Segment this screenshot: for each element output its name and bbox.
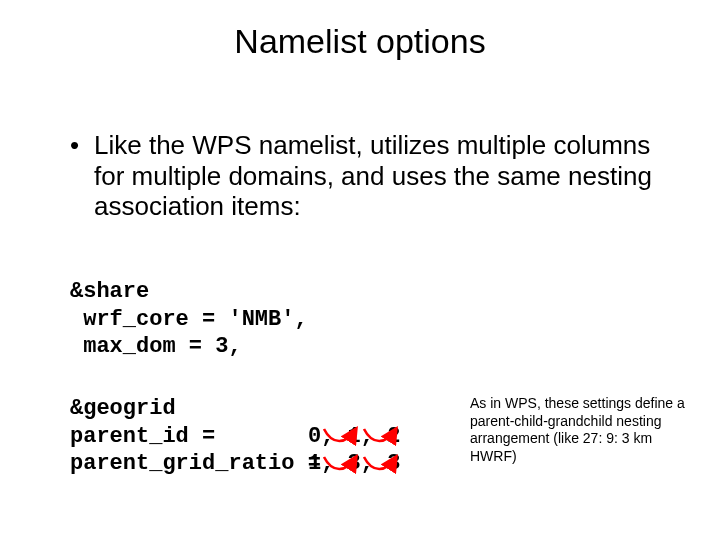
slide: Namelist options • Like the WPS namelist… [0,0,720,540]
code-geogrid-keys: &geogrid parent_id = parent_grid_ratio = [70,395,321,478]
annotation-text: As in WPS, these settings define a paren… [470,395,695,465]
slide-title: Namelist options [0,22,720,61]
code-share-section: &share wrf_core = 'NMB', max_dom = 3, [70,278,308,361]
body-text-block: • Like the WPS namelist, utilizes multip… [70,130,670,222]
code-geogrid-values: 0, 1, 2 1, 3, 3 [308,395,400,478]
bullet-text: Like the WPS namelist, utilizes multiple… [94,130,670,222]
bullet-marker: • [70,130,94,161]
bullet-item: • Like the WPS namelist, utilizes multip… [70,130,670,222]
